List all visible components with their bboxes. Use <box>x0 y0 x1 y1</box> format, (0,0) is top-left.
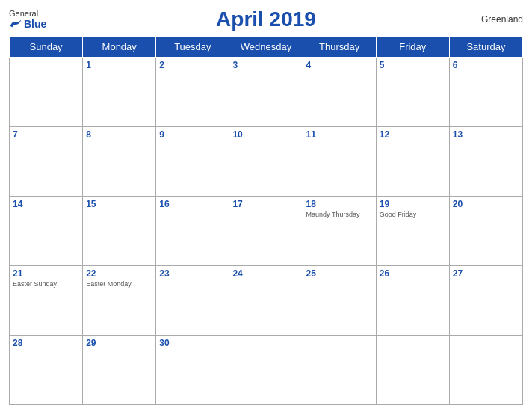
day-number: 15 <box>86 199 152 209</box>
day-number: 17 <box>232 199 299 209</box>
logo-blue-text: Blue <box>9 18 46 30</box>
week-row-3: 1415161718Maundy Thursday19Good Friday20 <box>10 197 523 266</box>
calendar-cell: 2 <box>156 58 229 127</box>
holiday-label: Good Friday <box>380 211 446 218</box>
day-number: 7 <box>13 129 79 140</box>
calendar-cell: 23 <box>156 266 229 336</box>
day-number: 14 <box>13 199 79 209</box>
calendar-cell <box>376 336 449 405</box>
calendar-cell: 22Easter Monday <box>83 266 156 336</box>
day-number: 22 <box>86 268 152 279</box>
days-of-week-row: Sunday Monday Tuesday Wednesday Thursday… <box>10 37 523 58</box>
day-number: 30 <box>159 338 226 348</box>
col-monday: Monday <box>83 37 156 58</box>
col-tuesday: Tuesday <box>156 37 229 58</box>
calendar-cell: 21Easter Sunday <box>10 266 83 336</box>
day-number: 13 <box>453 129 519 140</box>
day-number: 3 <box>232 60 299 70</box>
day-number: 11 <box>306 129 373 140</box>
logo: General Blue <box>9 9 46 30</box>
calendar-cell: 16 <box>156 197 229 266</box>
calendar-cell <box>303 336 376 405</box>
day-number: 16 <box>159 199 226 209</box>
calendar-cell: 30 <box>156 336 229 405</box>
calendar-title: April 2019 <box>216 7 316 31</box>
day-number: 1 <box>86 60 152 70</box>
day-number: 29 <box>86 338 152 348</box>
day-number: 24 <box>232 268 299 279</box>
day-number: 18 <box>306 199 373 209</box>
calendar-cell: 24 <box>229 266 303 336</box>
day-number: 20 <box>453 199 519 209</box>
calendar-cell: 27 <box>449 266 522 336</box>
day-number: 28 <box>13 338 79 348</box>
day-number: 21 <box>13 268 79 279</box>
day-number: 2 <box>159 60 226 70</box>
holiday-label: Easter Monday <box>86 280 152 288</box>
week-row-4: 21Easter Sunday22Easter Monday2324252627 <box>10 266 523 336</box>
calendar-cell: 7 <box>10 127 83 197</box>
col-saturday: Saturday <box>449 37 522 58</box>
day-number: 6 <box>453 60 519 70</box>
day-number: 26 <box>380 268 446 279</box>
calendar-cell: 5 <box>376 58 449 127</box>
calendar-cell: 20 <box>449 197 522 266</box>
day-number: 9 <box>159 129 226 140</box>
logo-general-text: General <box>9 9 38 18</box>
col-sunday: Sunday <box>10 37 83 58</box>
week-row-2: 78910111213 <box>10 127 523 197</box>
day-number: 5 <box>380 60 446 70</box>
day-number: 10 <box>232 129 299 140</box>
calendar-table: Sunday Monday Tuesday Wednesday Thursday… <box>9 36 523 405</box>
calendar-cell: 13 <box>449 127 522 197</box>
day-number: 23 <box>159 268 226 279</box>
logo-bird-icon <box>9 19 22 29</box>
calendar-cell: 15 <box>83 197 156 266</box>
calendar-cell <box>229 336 303 405</box>
week-row-5: 282930 <box>10 336 523 405</box>
day-number: 25 <box>306 268 373 279</box>
calendar-cell: 4 <box>303 58 376 127</box>
col-thursday: Thursday <box>303 37 376 58</box>
calendar-cell: 11 <box>303 127 376 197</box>
calendar-cell: 28 <box>10 336 83 405</box>
calendar-cell: 8 <box>83 127 156 197</box>
day-number: 27 <box>453 268 519 279</box>
region-label: Greenland <box>481 14 523 25</box>
calendar-cell <box>449 336 522 405</box>
calendar-cell: 14 <box>10 197 83 266</box>
calendar-cell: 6 <box>449 58 522 127</box>
calendar-body: 123456789101112131415161718Maundy Thursd… <box>10 58 523 405</box>
day-number: 12 <box>380 129 446 140</box>
calendar-cell: 17 <box>229 197 303 266</box>
day-number: 8 <box>86 129 152 140</box>
calendar-cell: 19Good Friday <box>376 197 449 266</box>
day-number: 4 <box>306 60 373 70</box>
calendar-cell: 18Maundy Thursday <box>303 197 376 266</box>
day-number: 19 <box>380 199 446 209</box>
calendar-cell: 9 <box>156 127 229 197</box>
col-friday: Friday <box>376 37 449 58</box>
calendar-cell: 25 <box>303 266 376 336</box>
calendar-cell: 29 <box>83 336 156 405</box>
calendar-cell <box>10 58 83 127</box>
col-wednesday: Wednesday <box>229 37 303 58</box>
calendar-header: General Blue April 2019 Greenland <box>9 7 523 31</box>
calendar-cell: 12 <box>376 127 449 197</box>
holiday-label: Maundy Thursday <box>306 211 373 218</box>
week-row-1: 123456 <box>10 58 523 127</box>
holiday-label: Easter Sunday <box>13 280 79 288</box>
calendar-cell: 10 <box>229 127 303 197</box>
calendar-cell: 26 <box>376 266 449 336</box>
calendar-cell: 1 <box>83 58 156 127</box>
calendar-container: General Blue April 2019 Greenland Sunday… <box>0 0 532 411</box>
calendar-cell: 3 <box>229 58 303 127</box>
